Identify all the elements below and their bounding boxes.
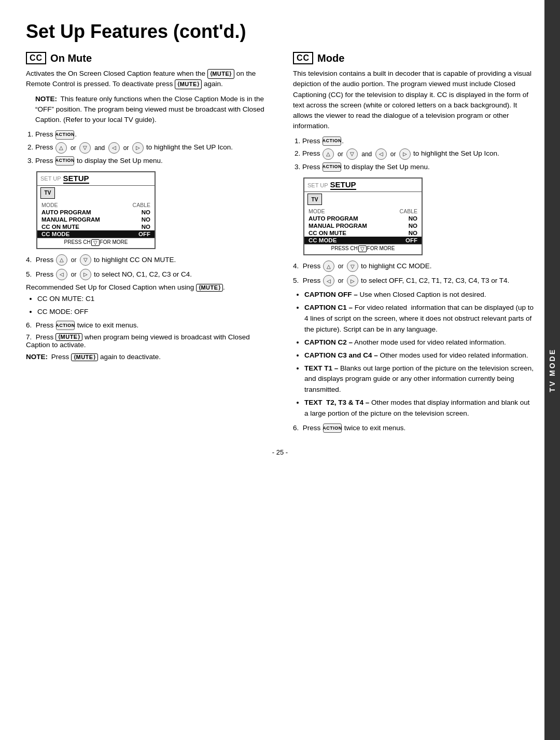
footer-text-right: PRESS CH [331, 245, 357, 252]
bullet-caption-off-label: CAPTION OFF – [304, 291, 358, 298]
menu-cconmute-val-right: NO [409, 230, 417, 236]
step-1-right: Press ACTION. [302, 136, 534, 146]
step3-text: Press ACTION to display the Set Up menu. [35, 157, 163, 165]
bullet-caption-c1: CAPTION C1 – For video related informati… [304, 303, 534, 335]
cc-box-left: CC [26, 52, 46, 64]
setup-menu-body-left: MODE CABLE AUTO PROGRAM NO MANUAL PROGRA… [37, 200, 155, 248]
menu-top-labels-left: MODE CABLE [37, 201, 155, 209]
setup-menu-header-right: SET UP SETUP [304, 179, 422, 192]
menu-auto-program-val-right: NO [409, 215, 417, 222]
action-btn-1: ACTION [55, 130, 74, 140]
step2-text: Press △ or ▽ and ◁ or ▷ to highlight the… [35, 143, 233, 151]
note-text-1: This feature only functions when the Clo… [35, 95, 264, 124]
step4-left: 4. Press △ or ▽ to highlight CC ON MUTE. [26, 254, 267, 266]
down-arrow-icon-2: ▽ [80, 254, 91, 266]
setup-label-left: SET UP [40, 175, 61, 182]
bullet-cconmute: CC ON MUTE: C1 [37, 294, 267, 305]
setup-menu-body-right: MODE CABLE AUTO PROGRAM NO MANUAL PROGRA… [304, 207, 422, 254]
label-cable-r: CABLE [400, 208, 417, 214]
step6-right: 6. Press ACTION twice to exit menus. [293, 423, 534, 433]
menu-cconmute-val-left: NO [142, 224, 150, 230]
on-mute-intro: Activates the On Screen Closed Caption f… [26, 68, 267, 90]
setup-title-right: SETUP [330, 180, 356, 190]
menu-footer-left: PRESS CH ▽ FOR MORE [37, 238, 155, 247]
left-arrow-icon-1: ◁ [108, 142, 120, 154]
step-3-right: Press ACTION to display the Set Up menu. [302, 162, 534, 172]
menu-ccmode-val-right: OFF [405, 237, 417, 243]
mute-btn-5: ⟨MUTE⟩ [71, 353, 98, 361]
label-mode-r: MODE [309, 208, 325, 214]
mute-btn-2: ⟨MUTE⟩ [175, 79, 202, 89]
bullet-caption-c3c4-label: CAPTION C3 and C4 – [304, 351, 378, 359]
note2-label: NOTE: [26, 353, 48, 361]
mode-title: Mode [317, 52, 344, 64]
step-3-left: Press ACTION to display the Set Up menu. [35, 156, 267, 166]
left-arrow-icon-r1: ◁ [375, 148, 387, 160]
menu-ccmode-right: CC MODE [309, 237, 337, 243]
menu-row-ccmode-left: CC MODE OFF [37, 230, 155, 238]
step7-left: 7. Press ⟨MUTE⟩ when program being viewe… [26, 333, 267, 349]
step4-right: 4. Press △ or ▽ to highlight CC MODE. [293, 261, 534, 272]
label-cable: CABLE [133, 202, 150, 208]
setup-label-right: SET UP [307, 182, 328, 188]
menu-top-labels-right: MODE CABLE [304, 208, 422, 215]
step1-text: Press ACTION. [35, 130, 77, 138]
menu-manual-program-val-right: NO [409, 223, 417, 229]
on-mute-title: On Mute [50, 52, 92, 64]
left-column: CC On Mute Activates the On Screen Close… [26, 52, 272, 433]
cc-bullets-left: CC ON MUTE: C1 CC MODE: OFF [37, 294, 267, 318]
bullet-ccmode: CC MODE: OFF [37, 307, 267, 318]
action-btn-3: ACTION [56, 321, 75, 330]
up-arrow-icon-2: △ [56, 254, 67, 266]
on-mute-steps-1-3: Press ACTION. Press △ or ▽ and ◁ or ▷ to… [35, 129, 267, 166]
bullet-caption-c2: CAPTION C2 – Another mode used for video… [304, 337, 534, 348]
menu-manual-program-right: MANUAL PROGRAM [309, 223, 367, 229]
note-label-1: NOTE: [35, 95, 57, 103]
step-2-left: Press △ or ▽ and ◁ or ▷ to highlight the… [35, 142, 267, 154]
action-btn-2: ACTION [55, 156, 74, 166]
mute-btn-4: ⟨MUTE⟩ [55, 333, 82, 341]
main-columns: CC On Mute Activates the On Screen Close… [26, 52, 534, 433]
right-arrow-icon-2: ▷ [80, 269, 91, 280]
tv-mode-sidebar: TV MODE [544, 0, 560, 740]
right-section-title: CC Mode [293, 52, 534, 64]
left-arrow-icon-r2: ◁ [323, 275, 334, 286]
cc-bullets-right: CAPTION OFF – Use when Closed Caption is… [304, 290, 534, 419]
recommended-text: Recommended Set Up for Closed Caption wh… [26, 283, 267, 292]
footer-ch-btn-right: ▽ [358, 245, 367, 252]
footer-formore-left: FOR MORE [100, 239, 128, 246]
right-arrow-icon-r2: ▷ [347, 275, 358, 286]
step6-left: 6. Press ACTION twice to exit menus. [26, 321, 267, 330]
menu-row-manual-right: MANUAL PROGRAM NO [304, 222, 422, 229]
menu-manual-program-left: MANUAL PROGRAM [41, 216, 100, 223]
step1-right-text: Press ACTION. [302, 137, 344, 145]
mute-btn-1: ⟨MUTE⟩ [207, 69, 234, 79]
bullet-text-t2t3t4-label: TEXT T2, T3 & T4 – [304, 399, 369, 406]
up-arrow-icon-r2: △ [323, 261, 334, 272]
step2-right-text: Press △ or ▽ and ◁ or ▷ to highlight the… [302, 149, 499, 157]
right-arrow-icon-1: ▷ [132, 142, 144, 154]
menu-auto-program-right: AUTO PROGRAM [309, 215, 358, 222]
menu-row-ccmode-right: CC MODE OFF [304, 237, 422, 244]
menu-ccmode-left: CC MODE [41, 231, 69, 237]
mode-steps-1-3: Press ACTION. Press △ or ▽ and ◁ or ▷ to… [302, 136, 534, 173]
label-mode: MODE [41, 202, 58, 208]
menu-row-cconmute-right: CC ON MUTE NO [304, 229, 422, 237]
step5-left: 5. Press ◁ or ▷ to select NO, C1, C2, C3… [26, 269, 267, 280]
mode-intro: This television contains a built in deco… [293, 68, 534, 132]
menu-row-auto-left: AUTO PROGRAM NO [37, 209, 155, 216]
menu-cconmute-right: CC ON MUTE [309, 230, 346, 236]
action-btn-r1: ACTION [323, 136, 341, 146]
bullet-caption-off: CAPTION OFF – Use when Closed Caption is… [304, 290, 534, 300]
right-arrow-icon-r1: ▷ [399, 148, 411, 160]
footer-formore-right: FOR MORE [367, 245, 395, 252]
right-column: CC Mode This television contains a built… [288, 52, 534, 433]
bullet-text-t1: TEXT T1 – Blanks out large portion of th… [304, 363, 534, 396]
setup-title-left: SETUP [63, 174, 89, 184]
bullet-caption-c2-label: CAPTION C2 – [304, 338, 353, 346]
menu-row-cconmute-left: CC ON MUTE NO [37, 223, 155, 230]
left-section-title: CC On Mute [26, 52, 267, 64]
up-arrow-icon-r1: △ [323, 148, 334, 160]
step-2-right: Press △ or ▽ and ◁ or ▷ to highlight the… [302, 148, 534, 160]
menu-manual-program-val-left: NO [142, 216, 150, 223]
